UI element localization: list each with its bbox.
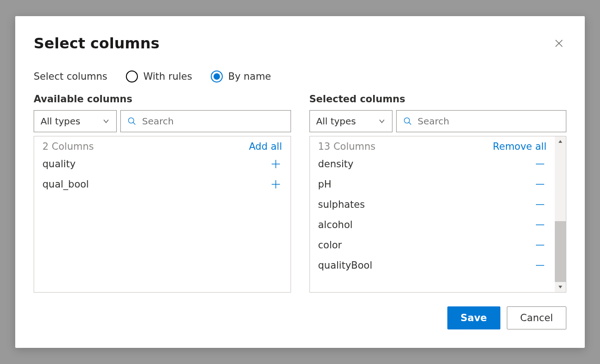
scroll-down-button[interactable]: [555, 282, 566, 292]
add-item-button[interactable]: [269, 178, 282, 191]
plus-icon: [270, 179, 281, 190]
svg-marker-16: [558, 140, 562, 143]
columns-container: Available columns All types 2 Columns Ad…: [34, 94, 566, 293]
remove-item-button[interactable]: [534, 158, 547, 170]
save-button[interactable]: Save: [447, 306, 500, 329]
available-search-input[interactable]: [142, 116, 284, 127]
radio-label-text: By name: [228, 71, 271, 82]
search-icon: [403, 116, 412, 126]
selected-filter-row: All types: [309, 110, 567, 132]
item-label: pH: [318, 179, 332, 190]
available-list-header: 2 Columns Add all: [42, 141, 282, 152]
radio-by-name[interactable]: By name: [211, 70, 271, 82]
modal-title: Select columns: [34, 35, 160, 52]
selected-search-input[interactable]: [417, 116, 559, 127]
scroll-track[interactable]: [555, 147, 566, 282]
selected-type-select[interactable]: All types: [309, 110, 392, 132]
item-label: alcohol: [318, 219, 353, 230]
available-list: 2 Columns Add all quality qual_bool: [34, 136, 291, 293]
chevron-down-icon: [378, 117, 386, 125]
available-title: Available columns: [34, 94, 291, 105]
radio-icon: [211, 70, 223, 82]
radio-icon: [126, 70, 138, 82]
item-label: qualityBool: [318, 260, 373, 271]
modal-header: Select columns: [34, 35, 566, 52]
radio-dot-icon: [214, 73, 220, 80]
minus-icon: [535, 240, 546, 251]
selected-list: 13 Columns Remove all density pH sulphat…: [309, 136, 567, 293]
svg-marker-17: [558, 286, 562, 288]
list-item: qualityBool: [318, 255, 547, 276]
remove-item-button[interactable]: [534, 178, 547, 191]
radio-group-label: Select columns: [34, 71, 107, 82]
item-label: color: [318, 240, 342, 251]
available-count: 2 Columns: [42, 141, 94, 152]
radio-with-rules[interactable]: With rules: [126, 70, 192, 82]
triangle-down-icon: [558, 285, 563, 289]
available-filter-row: All types: [34, 110, 291, 132]
remove-item-button[interactable]: [534, 239, 547, 252]
svg-point-2: [128, 118, 134, 123]
triangle-up-icon: [558, 139, 563, 144]
item-label: qual_bool: [42, 179, 89, 190]
remove-item-button[interactable]: [534, 218, 547, 231]
modal-footer: Save Cancel: [34, 306, 566, 329]
item-label: density: [318, 159, 354, 170]
available-columns-panel: Available columns All types 2 Columns Ad…: [34, 94, 291, 293]
list-item: color: [318, 235, 547, 255]
remove-item-button[interactable]: [534, 198, 547, 211]
list-item: sulphates: [318, 194, 547, 215]
search-icon: [127, 116, 137, 126]
radio-label-text: With rules: [143, 71, 192, 82]
list-item: qual_bool: [42, 174, 282, 194]
list-item: density: [318, 154, 547, 174]
cancel-button[interactable]: Cancel: [507, 306, 566, 329]
type-select-value: All types: [316, 116, 356, 127]
list-item: quality: [42, 154, 282, 174]
available-search-box[interactable]: [120, 110, 291, 132]
remove-all-button[interactable]: Remove all: [493, 141, 547, 152]
minus-icon: [535, 199, 546, 210]
svg-line-3: [133, 122, 135, 124]
selected-count: 13 Columns: [318, 141, 376, 152]
selection-mode-radio-group: Select columns With rules By name: [34, 70, 566, 82]
item-label: sulphates: [318, 199, 365, 210]
close-icon: [554, 38, 564, 48]
plus-icon: [270, 159, 281, 170]
add-all-button[interactable]: Add all: [249, 141, 282, 152]
minus-icon: [535, 159, 546, 170]
chevron-down-icon: [102, 117, 110, 125]
svg-line-9: [409, 122, 411, 124]
available-type-select[interactable]: All types: [34, 110, 117, 132]
selected-columns-panel: Selected columns All types 13 Columns Re…: [309, 94, 567, 293]
close-button[interactable]: [552, 36, 566, 51]
minus-icon: [535, 219, 546, 230]
selected-search-box[interactable]: [396, 110, 567, 132]
list-item: pH: [318, 174, 547, 194]
type-select-value: All types: [41, 116, 80, 127]
minus-icon: [535, 179, 546, 190]
selected-list-inner: 13 Columns Remove all density pH sulphat…: [310, 136, 555, 292]
selected-list-header: 13 Columns Remove all: [318, 141, 547, 152]
selected-title: Selected columns: [309, 94, 567, 105]
select-columns-modal: Select columns Select columns With rules…: [15, 16, 585, 348]
svg-point-8: [404, 118, 410, 123]
item-label: quality: [42, 159, 76, 170]
list-item: alcohol: [318, 215, 547, 235]
available-list-inner: 2 Columns Add all quality qual_bool: [34, 136, 291, 292]
remove-item-button[interactable]: [534, 259, 547, 272]
scroll-up-button[interactable]: [555, 136, 566, 147]
minus-icon: [535, 260, 546, 271]
scrollbar[interactable]: [555, 136, 566, 292]
scroll-thumb[interactable]: [555, 221, 566, 282]
add-item-button[interactable]: [269, 158, 282, 170]
